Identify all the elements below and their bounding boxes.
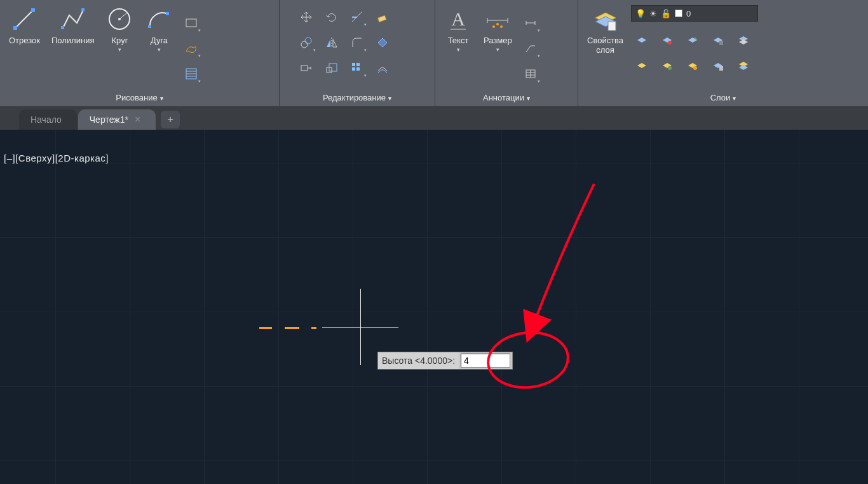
prompt-label: Высота <4.0000>: xyxy=(378,352,459,369)
dropdown-icon: ▾ xyxy=(457,46,460,53)
layer-tool-3[interactable] xyxy=(682,29,703,51)
polyline-icon xyxy=(59,5,87,33)
layer-tool-4[interactable] xyxy=(707,29,729,51)
tab-home-label: Начало xyxy=(31,114,62,125)
revcloud-tool[interactable] xyxy=(180,38,202,59)
rotate-tool[interactable] xyxy=(321,6,342,28)
erase-tool[interactable] xyxy=(372,6,393,28)
tab-drawing-label: Чертеж1* xyxy=(90,114,128,125)
svg-line-0 xyxy=(15,10,33,28)
ribbon: Отрезок Полилиния Круг ▾ Дуга ▾ xyxy=(0,0,868,107)
offset-tool[interactable] xyxy=(372,57,393,79)
tabs-bar: Начало Чертеж1* × + xyxy=(0,107,868,130)
circle-icon xyxy=(105,5,133,33)
table-tool[interactable] xyxy=(520,63,541,85)
arc-tool[interactable]: Дуга ▾ xyxy=(141,4,177,54)
circle-tool[interactable]: Круг ▾ xyxy=(102,4,137,54)
svg-rect-25 xyxy=(356,63,360,66)
svg-line-7 xyxy=(119,13,127,19)
scale-tool[interactable] xyxy=(321,57,342,79)
tab-drawing[interactable]: Чертеж1* × xyxy=(78,109,156,130)
layer-tool-8[interactable] xyxy=(682,55,703,76)
circle-label: Круг xyxy=(112,36,128,45)
polyline-tool[interactable]: Полилиния xyxy=(48,4,98,46)
dropdown-icon: ▾ xyxy=(158,46,161,53)
close-icon[interactable]: × xyxy=(135,114,140,125)
line-icon xyxy=(10,5,38,33)
svg-rect-45 xyxy=(719,41,723,45)
panel-title-edit[interactable]: Редактирование xyxy=(280,90,435,106)
prompt-input[interactable] xyxy=(461,354,510,368)
layer-tool-6[interactable] xyxy=(631,55,653,76)
text-icon: А xyxy=(444,5,472,33)
hatch-tool[interactable] xyxy=(180,63,202,85)
dynamic-input-prompt: Высота <4.0000>: xyxy=(377,352,513,370)
dimension-tool[interactable]: Размер ▾ xyxy=(480,4,516,54)
svg-point-19 xyxy=(305,38,311,44)
layer-properties-icon xyxy=(592,5,620,33)
grid-background xyxy=(0,130,868,484)
lock-icon: 🔓 xyxy=(661,9,671,18)
explode-tool[interactable] xyxy=(372,32,393,53)
arc-icon xyxy=(145,5,173,33)
layer-props-label-2: слоя xyxy=(596,45,614,55)
svg-rect-2 xyxy=(31,8,35,12)
sun-icon: ☀ xyxy=(649,9,657,18)
lightbulb-icon: 💡 xyxy=(635,9,646,18)
svg-rect-3 xyxy=(61,26,64,29)
panel-title-layers[interactable]: Слои xyxy=(578,90,868,106)
ribbon-panel-layers: Свойства слоя 💡 ☀ 🔓 0 xyxy=(578,0,868,106)
layer-color-swatch xyxy=(675,10,682,17)
panel-title-annotate[interactable]: Аннотации xyxy=(435,90,578,106)
tab-add-button[interactable]: + xyxy=(161,111,180,128)
svg-rect-21 xyxy=(301,66,308,71)
svg-rect-24 xyxy=(352,63,355,66)
drawing-canvas[interactable]: [–][Сверху][2D-каркас] Высота <4.0000>: xyxy=(0,130,868,484)
svg-rect-17 xyxy=(377,15,386,22)
tab-home[interactable]: Начало xyxy=(19,109,77,130)
layer-props-label-1: Свойства xyxy=(587,36,623,45)
stretch-tool[interactable] xyxy=(295,57,317,79)
svg-point-44 xyxy=(668,41,672,45)
svg-text:А: А xyxy=(451,8,465,29)
rectangle-tool[interactable] xyxy=(180,12,202,34)
line-label: Отрезок xyxy=(9,36,40,45)
ribbon-panel-draw: Отрезок Полилиния Круг ▾ Дуга ▾ xyxy=(0,0,280,106)
layer-selector[interactable]: 💡 ☀ 🔓 0 xyxy=(631,5,758,22)
dimension-label: Размер xyxy=(484,36,512,45)
layer-properties-tool[interactable]: Свойства слоя xyxy=(583,4,627,56)
svg-point-18 xyxy=(301,41,308,48)
svg-point-47 xyxy=(693,66,697,70)
layer-tool-10[interactable] xyxy=(733,55,754,76)
text-tool[interactable]: А Текст ▾ xyxy=(440,4,476,54)
viewport-label[interactable]: [–][Сверху][2D-каркас] xyxy=(4,153,109,163)
layer-tool-2[interactable] xyxy=(656,29,678,51)
text-label: Текст xyxy=(448,36,469,45)
move-tool[interactable] xyxy=(295,6,317,28)
construction-line xyxy=(259,327,316,329)
svg-point-46 xyxy=(668,66,672,70)
copy-tool[interactable] xyxy=(295,32,317,53)
line-tool[interactable]: Отрезок xyxy=(5,4,44,46)
leader-tool[interactable] xyxy=(520,38,541,59)
svg-rect-1 xyxy=(13,26,17,30)
arc-label: Дуга xyxy=(151,36,168,45)
svg-rect-27 xyxy=(356,67,360,71)
polyline-label: Полилиния xyxy=(51,36,94,45)
layer-tool-1[interactable] xyxy=(631,29,653,51)
layer-tool-5[interactable] xyxy=(733,29,754,51)
layer-tool-9[interactable] xyxy=(707,55,729,76)
layer-tool-7[interactable] xyxy=(656,55,678,76)
trim-tool[interactable] xyxy=(346,6,368,28)
array-tool[interactable] xyxy=(346,57,368,79)
layer-name: 0 xyxy=(686,9,691,18)
linear-dim-tool[interactable] xyxy=(520,12,541,34)
ribbon-panel-annotate: А Текст ▾ Размер ▾ Аннотации xyxy=(435,0,578,106)
dropdown-icon: ▾ xyxy=(118,46,121,53)
svg-rect-10 xyxy=(186,19,196,27)
svg-point-34 xyxy=(500,25,503,28)
svg-rect-8 xyxy=(148,25,151,28)
fillet-tool[interactable] xyxy=(346,32,368,53)
mirror-tool[interactable] xyxy=(321,32,342,53)
panel-title-draw[interactable]: Рисование xyxy=(0,90,279,106)
